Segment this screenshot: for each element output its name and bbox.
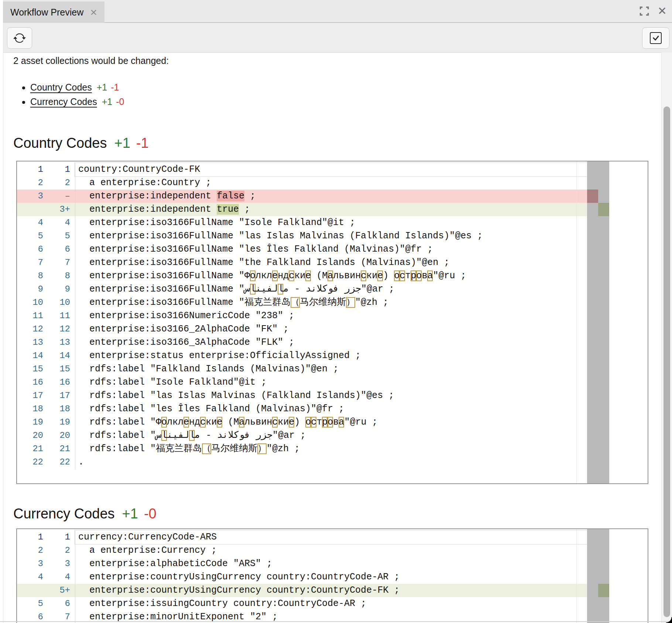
changed-token: true — [217, 204, 239, 215]
code-line: enterprise:iso3166FullName "the Falkland… — [75, 256, 589, 269]
tab-close-icon[interactable]: × — [90, 6, 97, 18]
scrollbar-thumb[interactable] — [664, 106, 670, 617]
ambiguous-char-box: с — [289, 270, 294, 281]
modified-line-number: 8 — [43, 269, 70, 283]
code-line: rdfs:label "les Îles Falkland (Malvinas)… — [75, 402, 589, 416]
diff-row: 99 enterprise:iso3166FullName "جزر فوكلا… — [17, 283, 648, 296]
tab-workflow-preview[interactable]: Workflow Preview × — [3, 1, 104, 23]
diff-row: 22 a enterprise:Currency ; — [17, 544, 648, 557]
code-line: rdfs:label "福克兰群岛（马尔维纳斯）"@zh ; — [75, 442, 589, 456]
modified-line-number: 1 — [43, 531, 70, 544]
overview-mark-added — [598, 203, 609, 216]
code-line: enterprise:iso3166FullName "las Islas Ma… — [75, 229, 589, 243]
original-line-number — [17, 203, 43, 216]
overview-mark-added — [598, 584, 609, 597]
code-line: a enterprise:Currency ; — [75, 544, 589, 557]
original-line-number: 15 — [17, 362, 43, 376]
modified-line-number: 22 — [43, 456, 70, 469]
list-item: Currency Codes+1-0 — [30, 96, 124, 107]
summary-text: 2 asset collections would be changed: — [13, 55, 169, 66]
original-line-number: 20 — [17, 429, 43, 442]
original-line-number: 9 — [17, 283, 43, 296]
code-line: a enterprise:Country ; — [75, 176, 589, 190]
link-country-codes[interactable]: Country Codes — [30, 82, 92, 92]
validate-button[interactable] — [642, 27, 669, 49]
removed-count: -0 — [144, 506, 157, 521]
code-line: rdfs:label "جزر فوكلاند - مالفيناس"@ar ; — [75, 429, 589, 442]
modified-line-number: 13 — [43, 336, 70, 349]
diff-lines: 11currency:CurrencyCode-ARS22 a enterpri… — [17, 529, 648, 623]
modified-line-number: 5+ — [43, 584, 70, 597]
code-line: enterprise:iso3166_3AlphaCode "FLK" ; — [75, 336, 589, 349]
ambiguous-char-box: с — [311, 417, 316, 428]
ambiguous-char-box: е — [289, 417, 294, 428]
ambiguous-char-box: о — [250, 270, 256, 281]
original-line-number — [17, 584, 43, 597]
added-count: +1 — [114, 135, 130, 151]
ambiguous-char-box: с — [400, 270, 405, 281]
diff-row: 56 enterprise:issuingCountry country:Cou… — [17, 597, 648, 610]
added-count: +1 — [122, 506, 138, 521]
removed-count: -0 — [116, 96, 124, 107]
modified-line-number: 1 — [43, 163, 70, 176]
original-line-number: 11 — [17, 309, 43, 323]
ambiguous-char-box: а — [239, 417, 244, 428]
vertical-scrollbar[interactable] — [661, 52, 672, 623]
diff-row: 2020 rdfs:label "جزر فوكلاند - مالفيناس"… — [17, 429, 648, 442]
code-line: enterprise:iso3166_2AlphaCode "FK" ; — [75, 323, 589, 336]
ambiguous-char-box: с — [361, 270, 366, 281]
original-line-number: 7 — [17, 256, 43, 269]
check-square-icon — [650, 32, 662, 44]
modified-line-number: 11 — [43, 309, 70, 323]
diff-row: 66 enterprise:iso3166FullName "les Îles … — [17, 243, 648, 256]
diff-row: 1818 rdfs:label "les Îles Falkland (Malv… — [17, 402, 648, 416]
original-line-number: 1 — [17, 531, 43, 544]
code-line: rdfs:label "Falkland Islands (Malvinas)"… — [75, 362, 589, 376]
diff-editor-country-codes: 11country:CountryCode-FK22 a enterprise:… — [16, 161, 648, 484]
code-line: enterprise:iso3166NumericCode "238" ; — [75, 309, 589, 323]
diff-row: 33 enterprise:alphabeticCode "ARS" ; — [17, 557, 648, 571]
editor-right-divider — [576, 529, 577, 623]
code-line: enterprise:countryUsingCurrency country:… — [75, 571, 589, 584]
original-line-number: 21 — [17, 442, 43, 456]
ambiguous-char-box: ا — [278, 284, 283, 295]
diff-row: 5+ enterprise:countryUsingCurrency count… — [17, 584, 648, 597]
modified-line-number: 2 — [43, 176, 70, 190]
original-line-number: 18 — [17, 402, 43, 416]
ambiguous-char-box: о — [161, 417, 167, 428]
ambiguous-char-box: （ — [291, 297, 300, 308]
code-line: currency:CurrencyCode-ARS — [75, 531, 589, 544]
original-line-number: 22 — [17, 456, 43, 469]
code-line: enterprise:iso3166FullName "福克兰群岛（马尔维纳斯）… — [75, 296, 589, 309]
diff-row: 1919 rdfs:label "Фолклендские (Мальвинск… — [17, 416, 648, 429]
modified-line-number: 3+ — [43, 203, 70, 216]
fullscreen-icon[interactable] — [639, 6, 649, 16]
modified-line-number: 4 — [43, 216, 70, 229]
original-line-number: 4 — [17, 216, 43, 229]
code-line: enterprise:status enterprise:OfficiallyA… — [75, 349, 589, 362]
window-rounded-corner — [666, 617, 672, 623]
workflow-preview-panel: Workflow Preview × ✕ — [0, 0, 672, 623]
ambiguous-char-box: о — [394, 270, 400, 281]
diff-row: 1515 rdfs:label "Falkland Islands (Malvi… — [17, 362, 648, 376]
modified-line-number: 19 — [43, 416, 70, 429]
link-currency-codes[interactable]: Currency Codes — [30, 96, 97, 107]
refresh-icon — [13, 32, 26, 44]
modified-line-number: 5 — [43, 229, 70, 243]
original-line-number: 13 — [17, 336, 43, 349]
ambiguous-char-box: е — [217, 417, 222, 428]
ambiguous-char-box: а — [339, 417, 344, 428]
modified-line-number: 2 — [43, 544, 70, 557]
modified-line-number: 16 — [43, 376, 70, 389]
diff-row: 77 enterprise:iso3166FullName "the Falkl… — [17, 256, 648, 269]
ambiguous-char-box: ا — [189, 430, 195, 441]
modified-line-number: 20 — [43, 429, 70, 442]
modified-line-number: 6 — [43, 243, 70, 256]
modified-line-number: 15 — [43, 362, 70, 376]
ambiguous-char-box: е — [377, 270, 383, 281]
ambiguous-char-box: с — [272, 417, 278, 428]
original-line-number: 6 — [17, 243, 43, 256]
refresh-button[interactable] — [7, 27, 32, 49]
modified-line-number: 6 — [43, 597, 70, 610]
window-close-icon[interactable]: ✕ — [658, 6, 667, 17]
